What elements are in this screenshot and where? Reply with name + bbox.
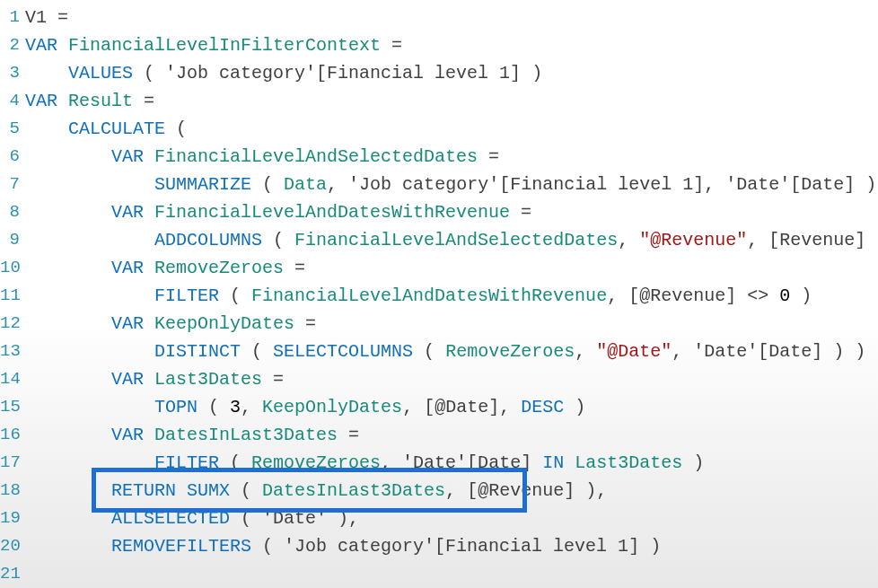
code-line[interactable]: V1 = — [25, 4, 878, 31]
code-line[interactable]: CALCULATE ( — [25, 115, 878, 143]
line-number: 7 — [0, 171, 22, 198]
code-line[interactable]: ADDCOLUMNS ( FinancialLevelAndSelectedDa… — [25, 226, 878, 254]
line-number-gutter: 1 2 3 4 5 6 7 8 9 10 11 12 13 14 15 16 1… — [0, 0, 22, 588]
line-number: 1 — [0, 4, 22, 31]
line-number: 19 — [0, 505, 22, 532]
line-number: 5 — [0, 115, 22, 143]
line-number: 4 — [0, 87, 22, 115]
line-number: 18 — [0, 477, 22, 505]
line-number: 11 — [0, 282, 22, 310]
line-number: 20 — [0, 532, 22, 560]
code-line[interactable]: REMOVEFILTERS ( 'Job category'[Financial… — [25, 532, 878, 560]
line-number: 9 — [0, 226, 22, 254]
code-line[interactable]: VAR DatesInLast3Dates = — [25, 421, 878, 449]
code-editor[interactable]: 1 2 3 4 5 6 7 8 9 10 11 12 13 14 15 16 1… — [0, 0, 878, 588]
line-number: 2 — [0, 31, 22, 59]
code-line[interactable]: VALUES ( 'Job category'[Financial level … — [25, 59, 878, 87]
line-number: 14 — [0, 365, 22, 393]
code-line[interactable]: VAR FinancialLevelInFilterContext = — [25, 31, 878, 59]
code-line[interactable] — [25, 560, 878, 588]
line-number: 12 — [0, 310, 22, 338]
code-line[interactable]: VAR RemoveZeroes = — [25, 254, 878, 282]
line-number: 8 — [0, 198, 22, 226]
code-line[interactable]: FILTER ( FinancialLevelAndDatesWithReven… — [25, 282, 878, 310]
code-line[interactable]: VAR FinancialLevelAndDatesWithRevenue = — [25, 198, 878, 226]
code-line[interactable]: VAR KeepOnlyDates = — [25, 310, 878, 338]
code-line[interactable]: TOPN ( 3, KeepOnlyDates, [@Date], DESC ) — [25, 393, 878, 421]
code-line[interactable]: DISTINCT ( SELECTCOLUMNS ( RemoveZeroes,… — [25, 338, 878, 365]
line-number: 15 — [0, 393, 22, 421]
code-line[interactable]: VAR Result = — [25, 87, 878, 115]
line-number: 10 — [0, 254, 22, 282]
line-number: 13 — [0, 338, 22, 365]
code-line[interactable]: SUMMARIZE ( Data, 'Job category'[Financi… — [25, 171, 878, 198]
code-line[interactable]: ALLSELECTED ( 'Date' ), — [25, 505, 878, 532]
code-area[interactable]: V1 = VAR FinancialLevelInFilterContext =… — [25, 0, 878, 588]
line-number: 21 — [0, 560, 22, 588]
code-line[interactable]: FILTER ( RemoveZeroes, 'Date'[Date] IN L… — [25, 449, 878, 477]
line-number: 16 — [0, 421, 22, 449]
code-line[interactable]: RETURN SUMX ( DatesInLast3Dates, [@Reven… — [25, 477, 878, 505]
line-number: 3 — [0, 59, 22, 87]
code-line[interactable]: VAR Last3Dates = — [25, 365, 878, 393]
code-line[interactable]: VAR FinancialLevelAndSelectedDates = — [25, 143, 878, 171]
line-number: 17 — [0, 449, 22, 477]
line-number: 6 — [0, 143, 22, 171]
